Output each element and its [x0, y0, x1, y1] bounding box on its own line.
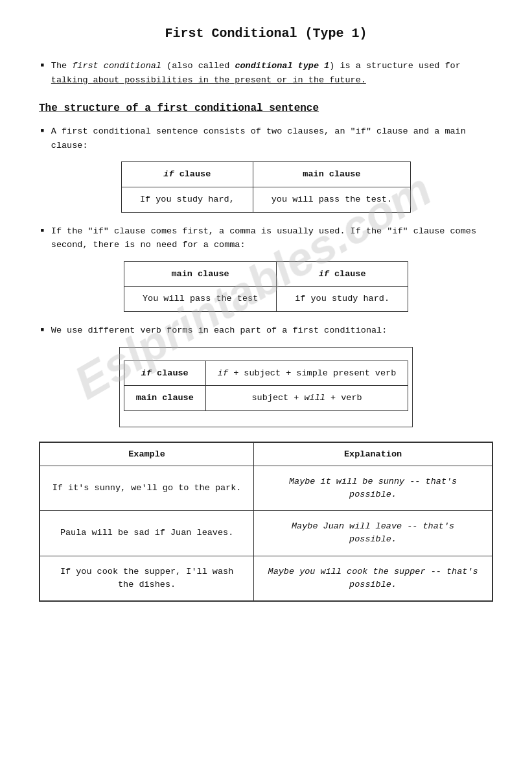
table2-header-main: main clause — [124, 261, 276, 287]
table1-row1-col1: If you study hard, — [121, 187, 253, 212]
table1-container: if clause main clause If you study hard,… — [39, 161, 493, 212]
bullet-dot: ▪ — [39, 59, 46, 73]
table-row: You will pass the test if you study hard… — [124, 287, 408, 312]
italic-first-conditional: first conditional — [72, 61, 161, 71]
verb-form-outer: if clause if + subject + simple present … — [119, 347, 413, 427]
col-explanation-header: Explanation — [254, 442, 492, 466]
explanation-1: Maybe it will be sunny -- that's possibl… — [254, 466, 492, 511]
table2-header-if: if clause — [277, 261, 408, 287]
table3-container: if clause if + subject + simple present … — [39, 347, 493, 427]
example-2: Paula will be sad if Juan leaves. — [40, 511, 254, 556]
table1-header-main: main clause — [253, 162, 410, 187]
example-table: Example Explanation If it's sunny, we'll… — [40, 442, 492, 602]
table2-row1-col1: You will pass the test — [124, 287, 276, 312]
bullet1-text: A first conditional sentence consists of… — [51, 124, 493, 152]
explanation-2: Maybe Juan will leave -- that's possible… — [254, 511, 492, 556]
table1-header-if: if clause — [121, 162, 253, 187]
explanation-3: Maybe you will cook the supper -- that's… — [254, 556, 492, 601]
table2-row1-col2: if you study hard. — [277, 287, 408, 312]
table2-container: main clause if clause You will pass the … — [39, 261, 493, 312]
table-row: main clause subject + will + verb — [124, 386, 408, 411]
bullet-dot-2: ▪ — [39, 224, 46, 239]
intro-section: ▪ The first conditional (also called con… — [39, 59, 493, 87]
col-example-header: Example — [40, 442, 254, 466]
bullet-dot-1: ▪ — [39, 124, 46, 139]
vf-value-if: if + subject + simple present verb — [205, 361, 408, 386]
example-table-wrapper: Example Explanation If it's sunny, we'll… — [39, 442, 493, 602]
vf-label-main: main clause — [124, 386, 205, 411]
underline-possibilities: talking about possibilities in the prese… — [51, 75, 366, 85]
bullet-dot-3: ▪ — [39, 324, 46, 338]
structure-bullet2: ▪ If the "if" clause comes first, a comm… — [39, 224, 493, 312]
clause-table-1: if clause main clause If you study hard,… — [121, 161, 411, 212]
vf-value-main: subject + will + verb — [205, 386, 408, 411]
bullet3-text: We use different verb forms in each part… — [51, 324, 387, 338]
page-title: First Conditional (Type 1) — [39, 26, 493, 41]
bold-conditional-type: conditional type 1 — [235, 61, 329, 71]
example-3: If you cook the supper, I'll wash the di… — [40, 556, 254, 601]
bullet2-text: If the "if" clause comes first, a comma … — [51, 224, 493, 252]
structure-bullet3: ▪ We use different verb forms in each pa… — [39, 324, 493, 427]
table-row: Paula will be sad if Juan leaves. Maybe … — [40, 511, 492, 556]
structure-bullet1: ▪ A first conditional sentence consists … — [39, 124, 493, 212]
clause-table-2: main clause if clause You will pass the … — [124, 261, 408, 312]
example-1: If it's sunny, we'll go to the park. — [40, 466, 254, 511]
verb-form-table: if clause if + subject + simple present … — [124, 361, 409, 411]
table-row: If you study hard, you will pass the tes… — [121, 187, 410, 212]
example-table-header-row: Example Explanation — [40, 442, 492, 466]
table-row: If you cook the supper, I'll wash the di… — [40, 556, 492, 601]
table-row: if clause if + subject + simple present … — [124, 361, 408, 386]
table-row: If it's sunny, we'll go to the park. May… — [40, 466, 492, 511]
intro-text: The first conditional (also called condi… — [51, 59, 493, 87]
table1-row1-col2: you will pass the test. — [253, 187, 410, 212]
structure-heading: The structure of a first conditional sen… — [39, 102, 493, 114]
vf-label-if: if clause — [124, 361, 205, 386]
